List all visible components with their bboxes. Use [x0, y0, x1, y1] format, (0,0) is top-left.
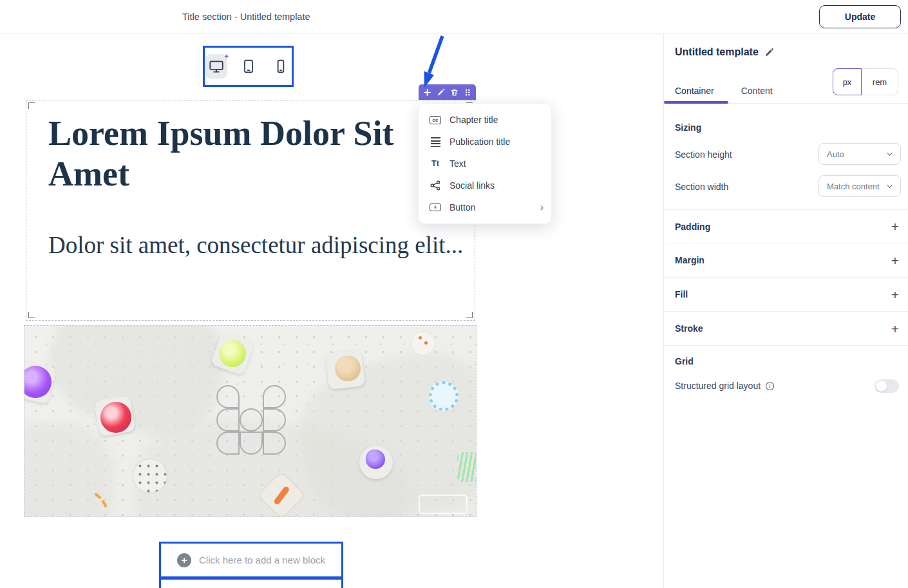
drag-handle-icon[interactable]: [462, 87, 473, 97]
chevron-down-icon: [885, 182, 894, 191]
active-tab-underline: [664, 101, 728, 104]
update-button[interactable]: Update: [819, 5, 901, 28]
add-block-highlight: + Click here to add a new block: [159, 542, 343, 578]
section-paragraph[interactable]: Dolor sit amet, consectetur adipiscing e…: [48, 228, 473, 263]
annotation-arrow: [412, 34, 451, 92]
toggle-knob: [876, 381, 887, 392]
fill-section-row[interactable]: Fill +: [664, 278, 908, 312]
mobile-icon: [272, 58, 289, 75]
image-object-perforated: [133, 459, 167, 493]
social-links-icon: [429, 180, 442, 191]
annotation-box-clipped: [159, 578, 343, 588]
hero-image-block[interactable]: [24, 325, 477, 517]
unit-px-button[interactable]: px: [833, 68, 862, 95]
menu-item-publication-title[interactable]: Publication title: [419, 131, 551, 153]
add-element-menu: cc Chapter title Publication title Tt Te…: [418, 103, 552, 224]
section-heading[interactable]: Lorem Ipsum Dolor Sit Amet: [48, 113, 473, 194]
selection-corner: [466, 312, 473, 318]
add-element-button[interactable]: [422, 87, 432, 97]
image-ghost-rect: [419, 495, 468, 514]
menu-item-chapter-title[interactable]: cc Chapter title: [419, 109, 551, 131]
menu-item-text[interactable]: Tt Text: [419, 153, 551, 175]
expand-plus-icon[interactable]: +: [891, 288, 899, 301]
grid-section-title: Grid: [675, 356, 694, 366]
add-new-block-button[interactable]: + Click here to add a new block: [161, 544, 341, 576]
sidebar-tabs: Container Content: [675, 86, 773, 96]
image-shadow-shape: [24, 422, 115, 517]
image-object-green: [457, 452, 477, 482]
section-width-select[interactable]: Match content: [818, 175, 901, 197]
delete-block-button[interactable]: [449, 87, 459, 97]
image-dot: [419, 336, 422, 339]
unit-toggle: px rem: [833, 68, 898, 95]
menu-item-button[interactable]: + Button ›: [419, 196, 551, 218]
editor-canvas: ✦: [0, 34, 663, 588]
template-title: Untitled template: [675, 46, 774, 58]
chevron-right-icon: ›: [540, 202, 544, 213]
section-width-label: Section width: [675, 182, 728, 192]
settings-sidebar: Untitled template px rem Container Conte…: [663, 34, 908, 588]
publication-title-icon: [429, 137, 442, 147]
image-object-purple-small: [366, 450, 385, 469]
image-dot: [424, 341, 428, 345]
menu-item-social-links[interactable]: Social links: [419, 175, 551, 196]
text-icon: Tt: [429, 159, 442, 168]
tab-container[interactable]: Container: [675, 86, 714, 96]
sizing-section-title: Sizing: [675, 122, 701, 133]
chevron-down-icon: [885, 150, 894, 158]
device-tablet-button[interactable]: [237, 54, 260, 79]
title-section-block[interactable]: Lorem Ipsum Dolor Sit Amet Dolor sit ame…: [26, 100, 475, 321]
image-object-red: [100, 402, 131, 433]
tab-content[interactable]: Content: [741, 86, 773, 96]
add-block-label: Click here to add a new block: [199, 555, 325, 565]
chapter-title-icon: cc: [429, 116, 442, 124]
template-editor-app: Title section - Untitled template Update…: [0, 0, 908, 588]
watermark-logo: [216, 385, 286, 455]
section-height-label: Section height: [675, 149, 732, 160]
selection-corner: [28, 102, 35, 109]
expand-plus-icon[interactable]: +: [891, 220, 899, 233]
edit-block-button[interactable]: [435, 87, 446, 97]
image-object-white: [411, 331, 435, 356]
desktop-icon: [208, 58, 225, 75]
image-object-blue-gear: [429, 381, 459, 411]
sparkle-icon: ✦: [224, 53, 229, 60]
block-toolbar: [419, 84, 476, 100]
breadcrumb: Title section - Untitled template: [182, 12, 310, 22]
padding-section-row[interactable]: Padding +: [664, 209, 908, 243]
stroke-section-row[interactable]: Stroke +: [664, 312, 908, 346]
image-object-tan: [335, 356, 361, 381]
expand-plus-icon[interactable]: +: [891, 254, 899, 267]
selection-corner: [28, 312, 35, 318]
info-icon[interactable]: [765, 381, 775, 391]
structured-grid-toggle[interactable]: [875, 379, 899, 393]
device-desktop-button[interactable]: ✦: [205, 54, 227, 79]
edit-pencil-icon[interactable]: [764, 48, 774, 57]
button-icon: +: [429, 204, 442, 211]
section-height-select[interactable]: Auto: [818, 143, 901, 165]
device-switcher-highlight: ✦: [203, 46, 294, 87]
expand-plus-icon[interactable]: +: [891, 322, 899, 336]
image-object-orange-ink: [273, 486, 290, 506]
unit-rem-button[interactable]: rem: [862, 68, 898, 95]
plus-circle-icon: +: [177, 553, 191, 567]
margin-section-row[interactable]: Margin +: [664, 243, 908, 278]
image-object-yellow: [219, 340, 246, 367]
tablet-icon: [240, 58, 257, 75]
device-mobile-button[interactable]: [269, 54, 292, 79]
workspace: ✦: [0, 34, 908, 588]
structured-grid-label: Structured grid layout: [675, 381, 775, 391]
topbar: Title section - Untitled template Update: [0, 0, 908, 34]
